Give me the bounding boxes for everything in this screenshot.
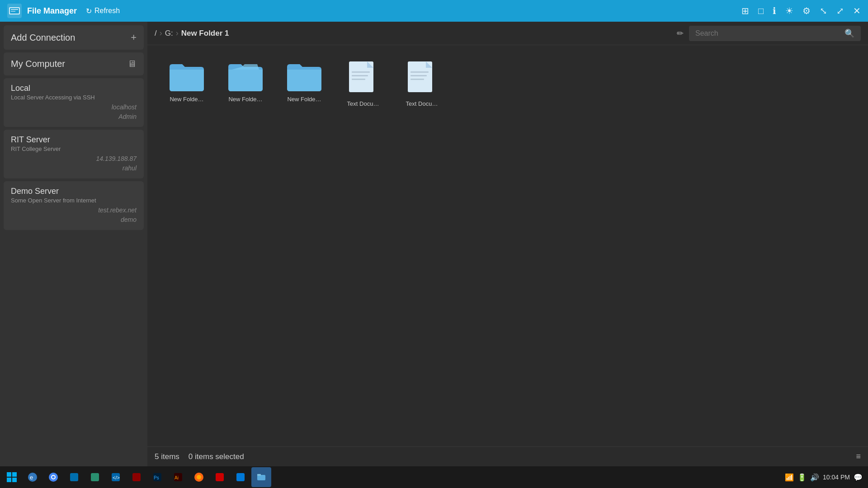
app-button-4[interactable] bbox=[85, 467, 105, 487]
svg-rect-16 bbox=[7, 472, 11, 477]
status-bar: 5 items 0 items selected ≡ bbox=[147, 446, 868, 466]
app-title: File Manager bbox=[27, 6, 77, 16]
file-name: New Folde… bbox=[170, 96, 203, 103]
main-layout: Add Connection + My Computer 🖥 Local Loc… bbox=[0, 22, 868, 466]
refresh-button[interactable]: ↻ Refresh bbox=[82, 5, 123, 17]
photoshop-button[interactable]: Ps bbox=[147, 467, 167, 487]
app-icon bbox=[7, 4, 22, 18]
search-icon: 🔍 bbox=[844, 28, 854, 38]
browser-edge-button[interactable]: e bbox=[23, 467, 42, 487]
breadcrumb-sep-1: › bbox=[160, 28, 162, 38]
connection-name: Demo Server bbox=[11, 187, 137, 196]
file-manager-taskbar-button[interactable] bbox=[251, 467, 271, 487]
file-item-folder-2[interactable]: New Folde… bbox=[221, 56, 270, 112]
svg-text:e: e bbox=[30, 474, 33, 481]
file-item-text-1[interactable]: Text Docu… bbox=[338, 56, 388, 112]
svg-rect-36 bbox=[216, 473, 224, 481]
file-item-folder-3[interactable]: New Folde… bbox=[279, 56, 329, 112]
taskbar: e </> Ps Ai 📶 🔋 🔊 10:04 PM 💬 bbox=[0, 466, 868, 488]
svg-rect-18 bbox=[7, 478, 11, 482]
search-bar: 🔍 bbox=[689, 26, 861, 41]
svg-rect-15 bbox=[410, 79, 424, 80]
connection-rit-server[interactable]: RIT Server RIT College Server 14.139.188… bbox=[4, 130, 144, 178]
brightness-icon[interactable]: ☀ bbox=[785, 5, 793, 16]
app-button-10[interactable] bbox=[210, 467, 230, 487]
app-button-6[interactable] bbox=[127, 467, 146, 487]
breadcrumb-folder[interactable]: New Folder 1 bbox=[181, 29, 229, 38]
svg-text:</>: </> bbox=[113, 475, 120, 480]
firefox-button[interactable] bbox=[189, 467, 209, 487]
connection-demo-server[interactable]: Demo Server Some Open Server from Intern… bbox=[4, 181, 144, 230]
svg-rect-19 bbox=[12, 478, 17, 482]
path-bar: / › G: › New Folder 1 ✏ 🔍 bbox=[147, 22, 868, 45]
window-icon[interactable]: □ bbox=[758, 6, 764, 16]
info-icon[interactable]: ℹ bbox=[773, 5, 776, 16]
clock: 10:04 PM bbox=[823, 474, 850, 481]
svg-rect-37 bbox=[236, 473, 245, 481]
grid-icon[interactable]: ⊞ bbox=[741, 5, 749, 16]
title-bar-left: File Manager ↻ Refresh bbox=[7, 4, 123, 18]
folder-icon bbox=[169, 61, 205, 92]
content-area: / › G: › New Folder 1 ✏ 🔍 New Folde bbox=[147, 22, 868, 466]
status-item-count: 5 items bbox=[155, 452, 179, 461]
connection-desc: Local Server Accessing via SSH bbox=[11, 94, 137, 101]
svg-rect-29 bbox=[132, 473, 141, 481]
app-button-11[interactable] bbox=[231, 467, 250, 487]
breadcrumb-sep-2: › bbox=[176, 28, 179, 38]
my-computer-label: My Computer bbox=[11, 59, 65, 69]
notification-icon[interactable]: 💬 bbox=[854, 473, 863, 482]
connection-desc: RIT College Server bbox=[11, 145, 137, 152]
svg-rect-13 bbox=[410, 71, 429, 73]
add-connection-plus-icon: + bbox=[131, 32, 137, 43]
title-bar: File Manager ↻ Refresh ⊞ □ ℹ ☀ ⚙ ⤡ ⤢ ✕ bbox=[0, 0, 868, 22]
file-item-text-2[interactable]: Text Docu… bbox=[397, 56, 447, 112]
file-name: Text Docu… bbox=[406, 100, 438, 107]
file-name: New Folde… bbox=[228, 96, 262, 103]
svg-rect-3 bbox=[11, 9, 18, 10]
breadcrumb-root[interactable]: / bbox=[155, 29, 157, 38]
connection-meta: localhostAdmin bbox=[11, 103, 137, 122]
svg-rect-10 bbox=[352, 79, 365, 80]
close-icon[interactable]: ✕ bbox=[853, 5, 861, 16]
browser-chrome-button[interactable] bbox=[43, 467, 63, 487]
list-view-icon[interactable]: ≡ bbox=[856, 452, 861, 461]
svg-rect-14 bbox=[410, 75, 427, 76]
sidebar: Add Connection + My Computer 🖥 Local Loc… bbox=[0, 22, 147, 466]
add-connection-button[interactable]: Add Connection + bbox=[4, 25, 144, 50]
edit-path-button[interactable]: ✏ bbox=[677, 28, 684, 38]
expand-icon[interactable]: ⤢ bbox=[836, 5, 844, 16]
svg-rect-9 bbox=[352, 75, 368, 76]
file-name: Text Docu… bbox=[347, 100, 379, 107]
connection-local[interactable]: Local Local Server Accessing via SSH loc… bbox=[4, 78, 144, 127]
connection-meta: 14.139.188.87rahul bbox=[11, 154, 137, 173]
computer-icon: 🖥 bbox=[127, 59, 137, 69]
windows-start-button[interactable] bbox=[2, 467, 22, 487]
connection-name: RIT Server bbox=[11, 135, 137, 145]
volume-icon: 🔊 bbox=[810, 473, 819, 482]
file-item-folder-1[interactable]: New Folde… bbox=[162, 56, 212, 112]
svg-rect-4 bbox=[11, 11, 15, 12]
svg-text:Ai: Ai bbox=[175, 475, 179, 480]
illustrator-button[interactable]: Ai bbox=[168, 467, 188, 487]
my-computer-button[interactable]: My Computer 🖥 bbox=[4, 52, 144, 75]
library-button[interactable] bbox=[64, 467, 84, 487]
svg-rect-39 bbox=[257, 474, 261, 476]
svg-rect-26 bbox=[91, 473, 99, 481]
title-bar-right: ⊞ □ ℹ ☀ ⚙ ⤡ ⤢ ✕ bbox=[741, 5, 861, 16]
svg-rect-25 bbox=[70, 473, 78, 481]
svg-text:Ps: Ps bbox=[154, 475, 159, 480]
vscode-button[interactable]: </> bbox=[106, 467, 126, 487]
folder-icon bbox=[227, 61, 264, 92]
compress-icon[interactable]: ⤡ bbox=[820, 5, 827, 16]
settings-icon[interactable]: ⚙ bbox=[802, 5, 811, 16]
file-icon bbox=[347, 61, 379, 97]
add-connection-label: Add Connection bbox=[11, 33, 75, 43]
taskbar-right: 📶 🔋 🔊 10:04 PM 💬 bbox=[785, 473, 866, 482]
connection-name: Local bbox=[11, 84, 137, 93]
breadcrumb-drive[interactable]: G: bbox=[165, 29, 173, 38]
wifi-icon: 📶 bbox=[785, 473, 794, 482]
folder-icon bbox=[286, 61, 322, 92]
status-bar-right: ≡ bbox=[856, 452, 861, 461]
search-input[interactable] bbox=[695, 29, 840, 38]
file-name: New Folde… bbox=[287, 96, 321, 103]
